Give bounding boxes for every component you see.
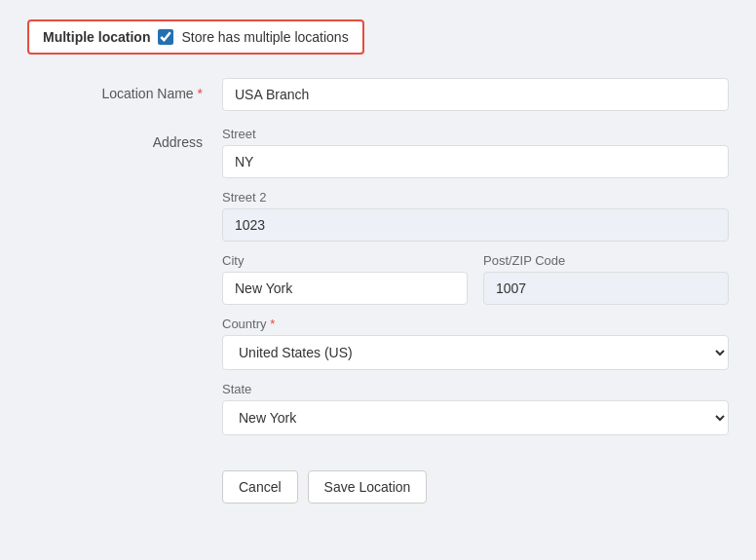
city-field: City (222, 253, 468, 305)
address-fields: Street Street 2 City Post/ZIP Code (222, 127, 729, 447)
country-select[interactable]: United States (US) Canada United Kingdom… (222, 335, 729, 370)
city-label: City (222, 253, 468, 268)
location-name-fields (222, 78, 729, 111)
street2-group: Street 2 (222, 190, 729, 242)
city-zip-group: City Post/ZIP Code (222, 253, 729, 305)
zip-field: Post/ZIP Code (483, 253, 729, 305)
state-group: State New York California Texas Florida … (222, 382, 729, 435)
form-container: Multiple location Store has multiple loc… (27, 19, 729, 504)
address-row: Address Street Street 2 City Post/ZIP Co… (27, 127, 729, 447)
cancel-button[interactable]: Cancel (222, 470, 298, 504)
country-group: Country United States (US) Canada United… (222, 317, 729, 370)
zip-label: Post/ZIP Code (483, 253, 729, 268)
multiple-location-text: Store has multiple locations (181, 29, 348, 45)
state-select[interactable]: New York California Texas Florida Illino… (222, 400, 729, 435)
street-input[interactable] (222, 145, 729, 178)
state-label: State (222, 382, 729, 396)
street-group: Street (222, 127, 729, 178)
save-button[interactable]: Save Location (308, 470, 428, 504)
location-name-label: Location Name (27, 78, 222, 101)
location-name-input[interactable] (222, 78, 729, 111)
country-label: Country (222, 317, 729, 331)
zip-input[interactable] (483, 272, 729, 305)
address-label: Address (27, 127, 222, 150)
multiple-location-section: Multiple location Store has multiple loc… (27, 19, 364, 55)
city-input[interactable] (222, 272, 468, 305)
multiple-location-label: Multiple location (43, 29, 150, 45)
location-name-row: Location Name (27, 78, 729, 111)
button-row: Cancel Save Location (27, 470, 729, 504)
street2-input[interactable] (222, 208, 729, 242)
multiple-location-checkbox[interactable] (158, 29, 173, 45)
street2-label: Street 2 (222, 190, 729, 205)
street-label: Street (222, 127, 729, 141)
